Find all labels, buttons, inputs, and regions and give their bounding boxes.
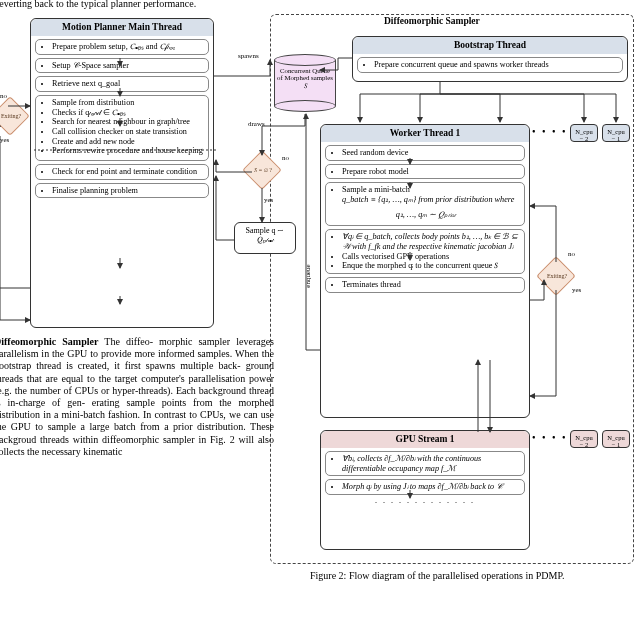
worker-minibatch: Sample a mini-batch q_batch ≡ {q₁, …, qₘ… xyxy=(325,182,525,226)
planner-step-finalise: Finalise planning problem xyxy=(35,183,209,199)
worker-stub-n1: N_cpu − 1 xyxy=(602,124,630,142)
worker-header: Worker Thread 1 xyxy=(321,125,529,142)
left-column-paragraph: Diffeomorphic Sampler The diffeo- morphi… xyxy=(0,336,274,458)
yes-label-s: yes xyxy=(264,196,273,204)
worker-seed: Seed random device xyxy=(325,145,525,161)
worker-robot: Prepare robot model xyxy=(325,164,525,180)
dots-worker: • • • • xyxy=(532,126,568,138)
bootstrap-thread: Bootstrap Thread Prepare concurrent queu… xyxy=(352,36,628,82)
worker-collect: ∀qᵢ ∈ q_batch, collects body points b₁, … xyxy=(325,229,525,274)
no-label-s: no xyxy=(282,154,289,162)
planner-step-terminate: Check for end point and terminate condit… xyxy=(35,164,209,180)
sample-prior-box: Sample q ∼ 𝑄ₚᵣᵢₒᵣ xyxy=(234,222,296,254)
bootstrap-step: Prepare concurrent queue and spawns work… xyxy=(357,57,623,73)
paragraph-heading: Diffeomorphic Sampler xyxy=(0,336,98,347)
planner-step-loop: Sample from distribution Checks if qᵣₐₙ𝒹… xyxy=(35,95,209,161)
top-cutoff-text: reverting back to the typical planner pe… xyxy=(0,0,196,10)
planner-step-goal: Retrieve next q_goal xyxy=(35,76,209,92)
gpu-stub-n2: N_cpu − 2 xyxy=(570,430,598,448)
planner-step-setup: Prepare problem setup, 𝐶ₒᵦₛ and 𝐶𝒻ᵣₑₑ xyxy=(35,39,209,55)
worker-thread-1: Worker Thread 1 Seed random device Prepa… xyxy=(320,124,530,418)
yes-label-right: yes xyxy=(572,286,581,294)
motion-planner-header: Motion Planner Main Thread xyxy=(31,19,213,36)
draws-label: draws xyxy=(248,120,265,128)
no-label-left-top: no xyxy=(0,92,7,100)
figure-caption: Figure 2: Flow diagram of the parallelis… xyxy=(310,570,630,582)
gpu-stream-1: GPU Stream 1 ∀bᵢ, collects ∂f_ℳ/∂bᵢ with… xyxy=(320,430,530,550)
yes-label-left-bottom: yes xyxy=(0,136,9,144)
motion-planner-thread: Motion Planner Main Thread Prepare probl… xyxy=(30,18,214,328)
dots-gpu: • • • • xyxy=(532,432,568,444)
gpu-morph: Morph qᵢ by using Jᵢ to maps ∂f_ℳ/∂bᵢ ba… xyxy=(325,479,525,495)
bootstrap-header: Bootstrap Thread xyxy=(353,37,627,54)
gpu-collect: ∀bᵢ, collects ∂f_ℳ/∂bᵢ with the continuo… xyxy=(325,451,525,476)
planner-step-sampler: Setup 𝒞-Space sampler xyxy=(35,58,209,74)
exiting-decision-left: Exiting? xyxy=(0,96,30,136)
gpu-stub-n1: N_cpu − 1 xyxy=(602,430,630,448)
spawns-label: spawns xyxy=(238,52,259,60)
enqueue-label: enqueue xyxy=(304,264,312,287)
concurrent-queue: Concurrent Queue of Morphed samples 𝑆 xyxy=(274,54,336,112)
worker-terminate: Terminates thread xyxy=(325,277,525,293)
worker-stub-n2: N_cpu − 2 xyxy=(570,124,598,142)
gpu-header: GPU Stream 1 xyxy=(321,431,529,448)
diffeomorphic-sampler-title: Diffeomorphic Sampler xyxy=(384,16,480,27)
no-label-right: no xyxy=(568,250,575,258)
flow-diagram: Diffeomorphic Sampler Motion Planner Mai… xyxy=(16,12,636,568)
